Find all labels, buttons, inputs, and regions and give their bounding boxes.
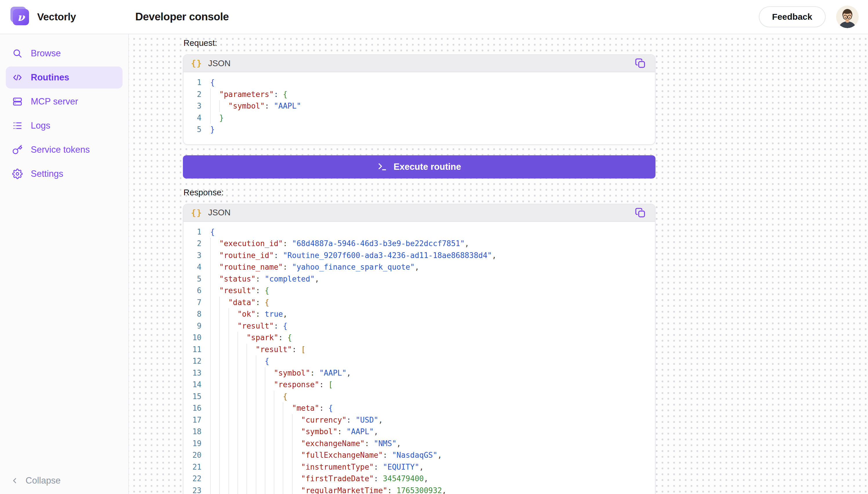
sidebar-item-label: Browse	[31, 48, 61, 59]
json-braces-icon: {}	[191, 208, 202, 218]
feedback-label: Feedback	[772, 12, 812, 22]
brand: ν Vectorly	[0, 7, 129, 26]
line-number: 17	[184, 414, 202, 426]
indent-guides	[210, 285, 219, 297]
line-number: 12	[184, 355, 202, 367]
sidebar-item-service-tokens[interactable]: Service tokens	[6, 139, 122, 161]
sidebar-item-mcp-server[interactable]: MCP server	[6, 91, 122, 113]
code-line: 21"instrumentType": "EQUITY",	[184, 461, 655, 473]
code-line: 5"status": "completed",	[184, 273, 655, 285]
line-number: 5	[184, 124, 202, 136]
server-icon	[12, 96, 23, 107]
request-label: Request:	[184, 38, 868, 48]
code-line: 4}	[184, 112, 655, 124]
user-avatar[interactable]	[836, 5, 859, 28]
indent-guides	[210, 461, 301, 473]
response-label: Response:	[184, 188, 868, 197]
sidebar-collapse-button[interactable]: Collapse	[11, 475, 61, 486]
indent-guides	[210, 344, 256, 356]
copy-response-button[interactable]	[634, 206, 647, 220]
code-line: 13"symbol": "AAPL",	[184, 367, 655, 379]
code-line: 12{	[184, 355, 655, 367]
indent-guides	[210, 308, 238, 320]
execute-routine-button[interactable]: Execute routine	[183, 155, 656, 178]
page-title: Developer console	[135, 11, 229, 23]
line-number: 8	[184, 308, 202, 320]
vectorly-logo-icon: ν	[11, 7, 30, 26]
line-number: 4	[184, 261, 202, 273]
sidebar-item-label: Logs	[31, 120, 50, 131]
indent-guides	[210, 449, 301, 461]
line-number: 7	[184, 297, 202, 308]
line-number: 11	[184, 344, 202, 356]
indent-guides	[210, 273, 219, 285]
response-card-header: {} JSON	[184, 204, 655, 222]
logo-glyph: ν	[17, 12, 25, 22]
code-line: 3"symbol": "AAPL"	[184, 100, 655, 112]
sidebar-item-label: Service tokens	[31, 145, 90, 155]
code-line: 10"spark": {	[184, 332, 655, 344]
sidebar-item-routines[interactable]: Routines	[6, 66, 122, 89]
brand-name: Vectorly	[37, 11, 76, 23]
top-bar: ν Vectorly Developer console Feedback	[0, 0, 868, 34]
terminal-prompt-icon	[377, 162, 387, 172]
indent-guides	[210, 379, 274, 391]
chevron-left-icon	[11, 476, 19, 485]
line-number: 1	[184, 77, 202, 89]
code-line: 22"firstTradeDate": 345479400,	[184, 473, 655, 485]
code-line: 5}	[184, 124, 655, 136]
indent-guides	[210, 391, 283, 403]
code-line: 20"fullExchangeName": "NasdaqGS",	[184, 449, 655, 461]
indent-guides	[210, 414, 301, 426]
search-icon	[12, 48, 23, 59]
sidebar-item-settings[interactable]: Settings	[6, 163, 122, 185]
line-number: 2	[184, 89, 202, 100]
code-line: 4"routine_name": "yahoo_finance_spark_qu…	[184, 261, 655, 273]
indent-guides	[210, 100, 228, 112]
indent-guides	[210, 426, 301, 438]
line-number: 22	[184, 473, 202, 485]
indent-guides	[210, 320, 238, 332]
code-line: 2"parameters": {	[184, 89, 655, 100]
line-number: 2	[184, 238, 202, 250]
line-number: 1	[184, 226, 202, 238]
sidebar-item-label: MCP server	[31, 96, 78, 107]
indent-guides	[210, 250, 219, 262]
code-line: 1{	[184, 226, 655, 238]
sidebar-item-logs[interactable]: Logs	[6, 115, 122, 137]
line-number: 5	[184, 273, 202, 285]
gear-icon	[12, 169, 23, 179]
copy-icon	[635, 57, 646, 69]
line-number: 3	[184, 100, 202, 112]
indent-guides	[210, 402, 292, 414]
code-line: 23"regularMarketTime": 1765300932,	[184, 485, 655, 494]
sidebar-item-label: Routines	[31, 72, 69, 83]
key-icon	[12, 145, 23, 155]
line-number: 15	[184, 391, 202, 403]
code-line: 9"result": {	[184, 320, 655, 332]
line-number: 9	[184, 320, 202, 332]
feedback-button[interactable]: Feedback	[759, 6, 826, 27]
sidebar-item-browse[interactable]: Browse	[6, 42, 122, 64]
code-line: 17"currency": "USD",	[184, 414, 655, 426]
list-icon	[12, 120, 23, 131]
indent-guides	[210, 332, 246, 344]
json-braces-icon: {}	[191, 58, 202, 68]
code-line: 2"execution_id": "68d4887a-5946-46d3-b3e…	[184, 238, 655, 250]
indent-guides	[210, 367, 274, 379]
avatar-illustration	[836, 5, 859, 28]
indent-guides	[210, 485, 301, 494]
code-line: 16"meta": {	[184, 402, 655, 414]
response-json-card: {} JSON 1{2"execution_id": "68d4887a-594…	[183, 204, 656, 494]
code-line: 3"routine_id": "Routine_9207f600-ada3-42…	[184, 250, 655, 262]
main-content: Request: {} JSON 1{2"parameters": {3"sym…	[129, 34, 868, 494]
execute-label: Execute routine	[394, 162, 461, 172]
request-json-card: {} JSON 1{2"parameters": {3"symbol": "AA…	[183, 54, 656, 145]
topbar-actions: Feedback	[759, 5, 868, 28]
logo-front-tile: ν	[13, 9, 29, 25]
code-language-label: JSON	[208, 59, 230, 68]
copy-request-button[interactable]	[634, 56, 647, 70]
indent-guides	[210, 297, 228, 308]
code-line: 14"response": [	[184, 379, 655, 391]
code-line: 15{	[184, 391, 655, 403]
